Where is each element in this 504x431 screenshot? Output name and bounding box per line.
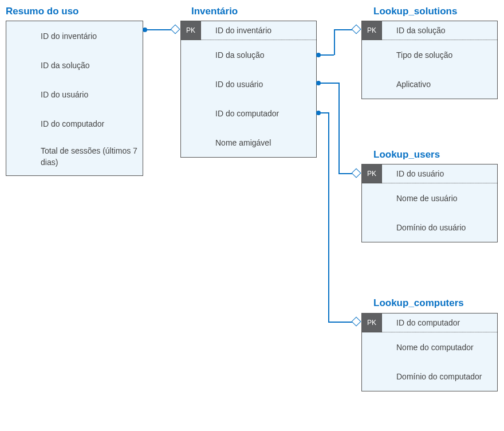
connector-line xyxy=(320,112,328,113)
connector-line xyxy=(328,112,329,322)
connector-line xyxy=(334,29,353,30)
entity-field: Domínio do usuário xyxy=(362,213,497,242)
entity-field: Aplicativo xyxy=(362,69,497,99)
entity-field-label: ID da solução xyxy=(396,26,446,35)
entity-box-lookup-solutions: PK ID da solução Tipo de solução Aplicat… xyxy=(361,21,498,99)
entity-field: Total de sessões (últimos 7 dias) xyxy=(6,138,143,175)
entity-field: ID do computador xyxy=(6,109,143,138)
connector-line xyxy=(320,54,334,56)
pk-badge: PK xyxy=(361,313,382,332)
connector-line xyxy=(320,83,339,84)
entity-box-inventory: PK ID do inventário ID da solução ID do … xyxy=(180,21,317,158)
connector-line xyxy=(334,29,335,55)
entity-field: ID do inventário xyxy=(6,21,143,50)
entity-field: Tipo de solução xyxy=(362,40,497,69)
pk-badge: PK xyxy=(361,164,382,183)
connector-line xyxy=(328,322,353,323)
entity-box-lookup-users: PK ID do usuário Nome de usuário Domínio… xyxy=(361,164,498,242)
entity-field-label: ID do usuário xyxy=(396,169,444,178)
entity-field: Nome amigável xyxy=(181,128,316,157)
entity-field: ID do usuário xyxy=(6,80,143,109)
pk-badge: PK xyxy=(180,21,201,40)
connector-endpoint-diamond xyxy=(352,317,361,327)
entity-field: Domínio do computador xyxy=(362,362,497,391)
entity-field: ID da solução xyxy=(6,50,143,80)
entity-title-lookup-solutions: Lookup_solutions xyxy=(373,6,457,17)
entity-field: ID do usuário xyxy=(181,69,316,99)
connector-endpoint-diamond xyxy=(352,169,361,178)
entity-field-pk: PK ID do computador xyxy=(362,314,497,332)
entity-field-label: ID do computador xyxy=(396,318,460,327)
entity-field: ID do computador xyxy=(181,99,316,128)
entity-title-lookup-users: Lookup_users xyxy=(373,149,440,160)
entity-title-usage-summary: Resumo do uso xyxy=(6,6,79,17)
entity-box-usage-summary: ID do inventário ID da solução ID do usu… xyxy=(6,21,143,176)
connector-line xyxy=(338,83,340,174)
entity-title-lookup-computers: Lookup_computers xyxy=(373,297,464,309)
entity-field: ID da solução xyxy=(181,40,316,69)
entity-field: Nome de usuário xyxy=(362,183,497,213)
entity-field-pk: PK ID da solução xyxy=(362,21,497,40)
connector-endpoint-diamond xyxy=(171,25,180,34)
entity-field-pk: PK ID do inventário xyxy=(181,21,316,40)
entity-title-inventory: Inventário xyxy=(191,6,238,17)
entity-field: Nome do computador xyxy=(362,332,497,362)
pk-badge: PK xyxy=(361,21,382,40)
entity-field-pk: PK ID do usuário xyxy=(362,164,497,183)
connector-endpoint-diamond xyxy=(352,25,361,34)
entity-box-lookup-computers: PK ID do computador Nome do computador D… xyxy=(361,313,498,391)
connector-line xyxy=(147,29,172,30)
entity-field-label: ID do inventário xyxy=(215,26,271,35)
